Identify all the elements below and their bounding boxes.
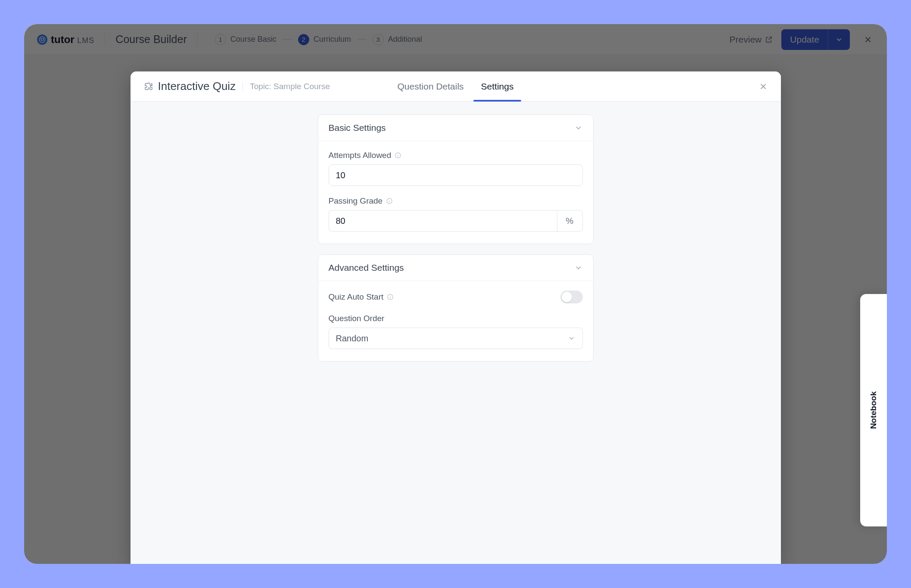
label-text: Question Order [329, 314, 385, 323]
notebook-label: Notebook [869, 391, 878, 429]
basic-settings-card: Basic Settings Attempts Allowed [318, 115, 594, 244]
close-icon [759, 82, 768, 91]
info-icon[interactable] [386, 198, 393, 204]
modal-tabs: Question Details Settings [398, 71, 514, 101]
modal-close-button[interactable] [759, 82, 768, 91]
modal-topic: Topic: Sample Course [243, 82, 330, 91]
attempts-allowed-label: Attempts Allowed [329, 151, 583, 160]
passing-grade-input[interactable] [329, 210, 557, 232]
modal-body: Basic Settings Attempts Allowed [131, 102, 781, 374]
modal-header: Interactive Quiz Topic: Sample Course Qu… [131, 71, 781, 102]
quiz-auto-start-row: Quiz Auto Start [329, 291, 583, 303]
chevron-down-icon [574, 263, 583, 272]
modal-overlay: Interactive Quiz Topic: Sample Course Qu… [24, 24, 887, 564]
app-window: tutor LMS Course Builder 1 Course Basic … [24, 24, 887, 564]
chevron-down-icon [568, 334, 575, 342]
question-order-field: Question Order Random [329, 314, 583, 349]
tab-settings[interactable]: Settings [481, 71, 514, 101]
info-icon[interactable] [387, 294, 394, 300]
passing-grade-field: Passing Grade % [329, 196, 583, 232]
question-order-label: Question Order [329, 314, 583, 323]
label-text: Passing Grade [329, 196, 383, 206]
modal-title: Interactive Quiz [143, 80, 236, 93]
attempts-allowed-field: Attempts Allowed [329, 151, 583, 186]
toggle-knob [562, 292, 572, 302]
notebook-tab[interactable]: Notebook [860, 294, 887, 526]
select-value: Random [336, 334, 369, 344]
puzzle-icon [143, 81, 154, 92]
attempts-allowed-input[interactable] [329, 164, 583, 186]
advanced-settings-card: Advanced Settings Quiz Auto Start [318, 254, 594, 362]
basic-settings-header[interactable]: Basic Settings [318, 115, 593, 141]
modal-topic-name: Sample Course [274, 82, 330, 91]
percent-suffix: % [557, 210, 583, 232]
advanced-settings-body: Quiz Auto Start Question Ord [318, 281, 593, 361]
quiz-settings-modal: Interactive Quiz Topic: Sample Course Qu… [131, 71, 781, 564]
quiz-auto-start-label: Quiz Auto Start [329, 292, 394, 302]
question-order-select[interactable]: Random [329, 328, 583, 349]
quiz-auto-start-toggle[interactable] [560, 291, 583, 303]
tab-question-details[interactable]: Question Details [398, 71, 464, 101]
label-text: Quiz Auto Start [329, 292, 384, 302]
info-icon[interactable] [395, 152, 401, 159]
basic-settings-body: Attempts Allowed Passing Grade [318, 141, 593, 244]
chevron-down-icon [574, 124, 583, 132]
passing-grade-input-group: % [329, 210, 583, 232]
basic-settings-title: Basic Settings [329, 123, 386, 133]
label-text: Attempts Allowed [329, 151, 392, 160]
modal-topic-prefix: Topic: [250, 82, 271, 91]
modal-title-text: Interactive Quiz [158, 80, 236, 93]
advanced-settings-title: Advanced Settings [329, 263, 404, 273]
advanced-settings-header[interactable]: Advanced Settings [318, 255, 593, 281]
passing-grade-label: Passing Grade [329, 196, 583, 206]
